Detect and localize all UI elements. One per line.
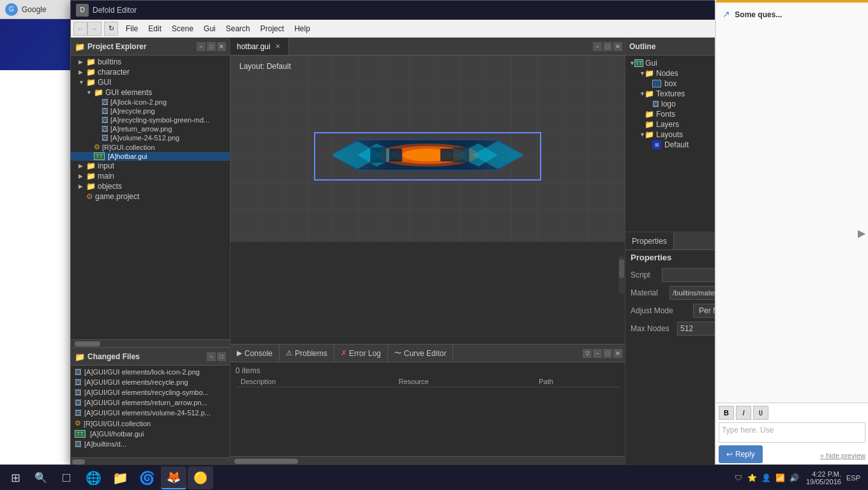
cf-item-0[interactable]: 🖼 [A]GUI/GUI elements/lock-icon-2.png — [71, 367, 230, 377]
systray-volume-icon[interactable]: 🔊 — [788, 471, 801, 484]
tree-item-game-project[interactable]: ⚙ game.project — [71, 191, 230, 202]
hotbar-display — [319, 135, 536, 178]
menu-item-gui[interactable]: Gui — [198, 23, 221, 34]
taskbar-app-edge[interactable]: 🌐 — [80, 466, 106, 489]
cf-item-2[interactable]: 🖼 [A]GUI/GUI elements/recycling-symbo... — [71, 387, 230, 397]
cf-minimize-btn[interactable]: − — [207, 352, 216, 361]
cf-item-5[interactable]: ⚙ [R]GUI/GUI.collection — [71, 418, 230, 429]
tree-item-character[interactable]: ▶ 📁 character — [71, 67, 230, 77]
systray-shield-icon[interactable]: 🛡 — [732, 471, 745, 484]
console-tab-error-log[interactable]: ✗ Error Log — [334, 345, 388, 362]
search-btn[interactable]: 🔍 — [28, 466, 54, 489]
tree-label-gui-elements: GUI elements — [105, 88, 152, 97]
tree-item-lock-icon[interactable]: 🖼 [A]lock-icon-2.png — [71, 98, 230, 107]
editor-tab-close-btn[interactable]: ✕ — [613, 42, 622, 51]
cf-item-4[interactable]: 🖼 [A]GUI/GUI elements/volume-24-512.p... — [71, 408, 230, 418]
cf-maximize-btn[interactable]: □ — [217, 352, 226, 361]
expand-panel-btn[interactable]: ▶ — [858, 227, 865, 239]
cf-item-3[interactable]: 🖼 [A]GUI/GUI elements/return_arrow.pn... — [71, 397, 230, 408]
taskbar-app-files[interactable]: □ — [54, 466, 79, 489]
tree-item-recycling[interactable]: 🖼 [A]recycling-symbol-green-md... — [71, 115, 230, 124]
editor-tab-close-icon[interactable]: ✕ — [273, 42, 282, 51]
hide-preview-btn[interactable]: « hide preview — [820, 452, 865, 459]
menu-item-file[interactable]: File — [121, 23, 143, 34]
outline-label-fonts: Fonts — [656, 110, 675, 119]
format-code-btn[interactable]: U — [753, 406, 768, 420]
tree-item-gui-elements[interactable]: ▼ 📁 GUI elements — [71, 87, 230, 98]
title-text: Defold Editor — [93, 6, 727, 15]
tree-label-input: input — [98, 161, 114, 170]
cf-label-4: [A]GUI/GUI elements/volume-24-512.p... — [84, 409, 211, 417]
taskbar-app-store[interactable]: 🌀 — [134, 466, 160, 489]
tree-item-gui-collection[interactable]: ⚙ [R]GUI.collection — [71, 142, 230, 152]
title-bar: D Defold Editor − □ ✕ — [71, 1, 784, 20]
changed-files-title: Changed Files — [87, 352, 207, 361]
error-log-icon: ✗ — [341, 349, 347, 357]
project-explorer-folder-icon: 📁 — [75, 42, 85, 51]
reply-button[interactable]: ↩ Reply — [719, 445, 763, 463]
menu-item-help[interactable]: Help — [289, 23, 315, 34]
console-tab-curve-editor[interactable]: 〜 Curve Editor — [388, 345, 454, 362]
app-icon: D — [76, 4, 89, 17]
taskbar-app-defold[interactable]: 🟡 — [188, 466, 213, 489]
outline-label-box: box — [664, 79, 677, 88]
tree-item-input[interactable]: ▶ 📁 input — [71, 161, 230, 171]
format-bold-btn[interactable]: B — [719, 406, 734, 420]
tree-item-gui[interactable]: ▼ 📁 GUI — [71, 77, 230, 87]
nav-refresh-btn[interactable]: ↻ — [104, 22, 118, 36]
editor-tabs-bar: hotbar.gui ✕ − □ ✕ — [230, 38, 625, 56]
tree-label-main: main — [98, 172, 114, 181]
taskbar-app-firefox[interactable]: 🦊 — [161, 466, 186, 489]
menu-item-edit[interactable]: Edit — [143, 23, 167, 34]
start-btn[interactable]: ⊞ — [3, 466, 28, 489]
tree-item-volume[interactable]: 🖼 [A]volume-24-512.png — [71, 133, 230, 142]
outline-label-default: Default — [664, 140, 689, 149]
menu-item-project[interactable]: Project — [255, 23, 289, 34]
systray-star-icon[interactable]: ⭐ — [746, 471, 759, 484]
console-scrollbar-h[interactable] — [230, 456, 625, 465]
tree-item-recycle[interactable]: 🖼 [A]recycle.png — [71, 107, 230, 115]
outline-label-logo: logo — [661, 100, 676, 108]
prop-max-nodes-label: Max Nodes — [631, 324, 672, 333]
pe-close-btn[interactable]: ✕ — [217, 42, 226, 51]
nav-forward-btn[interactable]: → — [87, 22, 101, 36]
taskbar-app-explorer[interactable]: 📁 — [107, 466, 133, 489]
properties-tab[interactable]: Properties — [625, 232, 674, 249]
tree-item-hotbar-gui[interactable]: TT [A]hotbar.gui — [71, 152, 230, 161]
systray-wifi-icon[interactable]: 📶 — [774, 471, 787, 484]
cf-label-2: [A]GUI/GUI elements/recycling-symbo... — [84, 389, 209, 396]
tree-item-builtins[interactable]: ▶ 📁 builtins — [71, 57, 230, 67]
tree-item-objects[interactable]: ▶ 📁 objects — [71, 181, 230, 191]
properties-scrollbar-v[interactable] — [618, 256, 625, 294]
pe-maximize-btn[interactable]: □ — [207, 42, 216, 51]
editor-tab-maximize-btn[interactable]: □ — [603, 42, 612, 51]
tree-label-recycle: [A]recycle.png — [110, 107, 155, 115]
menu-item-scene[interactable]: Scene — [167, 23, 198, 34]
console-close-btn[interactable]: ✕ — [613, 349, 622, 358]
menu-item-search[interactable]: Search — [221, 23, 255, 34]
format-italic-btn[interactable]: I — [736, 406, 751, 420]
console-dropdown-btn[interactable]: ▽ — [583, 349, 592, 358]
editor-tab-hotbar[interactable]: hotbar.gui ✕ — [230, 38, 289, 55]
cf-item-7[interactable]: 🖼 [A]builtins/d... — [71, 439, 230, 449]
taskbar-clock: 4:22 P.M. 19/05/2016 — [806, 470, 841, 486]
console-tab-console[interactable]: ▶ Console — [230, 345, 280, 362]
console-minimize-btn[interactable]: − — [593, 349, 602, 358]
systray-user-icon[interactable]: 👤 — [760, 471, 773, 484]
console-tab-problems[interactable]: ⚠ Problems — [280, 345, 334, 362]
items-count: 0 items — [236, 365, 620, 376]
tree-label-return-arrow: [A]return_arrow.png — [110, 125, 172, 133]
tree-item-return-arrow[interactable]: 🖼 [A]return_arrow.png — [71, 124, 230, 133]
cf-item-1[interactable]: 🖼 [A]GUI/GUI elements/recycle.png — [71, 377, 230, 387]
nav-back-btn[interactable]: ← — [73, 22, 87, 36]
pe-minimize-btn[interactable]: − — [197, 42, 206, 51]
col-description: Description — [236, 376, 394, 387]
console-maximize-btn[interactable]: □ — [603, 349, 612, 358]
cf-item-6[interactable]: TT [A]GUI/hotbar.gui — [71, 429, 230, 439]
error-log-tab-label: Error Log — [349, 349, 381, 358]
tree-item-main[interactable]: ▶ 📁 main — [71, 171, 230, 181]
editor-tab-minimize-btn[interactable]: − — [593, 42, 602, 51]
tree-scrollbar-h[interactable] — [71, 339, 230, 347]
changed-files-header: 📁 Changed Files − □ — [71, 348, 230, 366]
chat-text-field[interactable]: Type here. Use — [719, 422, 865, 443]
